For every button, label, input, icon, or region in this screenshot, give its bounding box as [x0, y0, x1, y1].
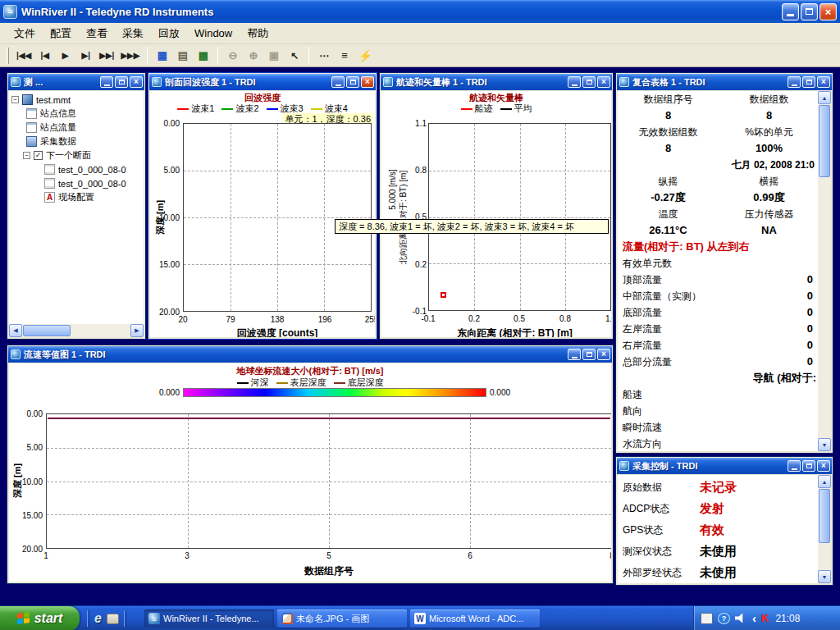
- dots-icon[interactable]: ⋯: [314, 46, 333, 65]
- menu-view[interactable]: 查看: [79, 23, 115, 44]
- gridline: [47, 514, 611, 515]
- menu-acquire[interactable]: 采集: [115, 23, 151, 44]
- contour-window-title: 流速等值图 1 - TRDI: [24, 349, 566, 361]
- minimize-button[interactable]: [782, 3, 799, 21]
- tree-item-data-file-2[interactable]: test_0_000_08-0: [9, 176, 144, 190]
- start-pinging-icon[interactable]: ⚡: [355, 46, 374, 65]
- acq-restore-button[interactable]: [802, 460, 815, 472]
- scroll-left-button[interactable]: ◀: [9, 324, 22, 337]
- play-button[interactable]: ▶: [56, 46, 75, 65]
- start-button[interactable]: start: [0, 606, 80, 630]
- contour-window-titlebar[interactable]: 流速等值图 1 - TRDI ×: [8, 346, 612, 363]
- legend-item: 底层深度: [334, 377, 384, 389]
- track-window-titlebar[interactable]: 航迹和矢量棒 1 - TRDI ×: [381, 74, 612, 90]
- menu-help[interactable]: 帮助: [240, 23, 276, 44]
- scroll-right-button[interactable]: ▶: [130, 324, 144, 337]
- scrollbar-thumb[interactable]: [819, 489, 830, 543]
- tree-item-next-transect[interactable]: − ✓ 下一个断面: [9, 148, 144, 162]
- restore-button[interactable]: [801, 3, 818, 21]
- tree-item-site-information[interactable]: 站点信息: [9, 107, 144, 121]
- tree-item-site-discharge[interactable]: 站点流量: [9, 121, 144, 135]
- last-ensemble-button[interactable]: ▶▶▶: [118, 46, 142, 65]
- echo-close-button[interactable]: ×: [361, 76, 374, 88]
- step-back-button[interactable]: |◀: [35, 46, 54, 65]
- taskbar-item-paint[interactable]: 未命名.JPG - 画图: [277, 609, 407, 628]
- status-value: 未使用: [700, 562, 737, 583]
- track-restore-button[interactable]: [582, 76, 596, 88]
- add-graph-icon[interactable]: ▩: [194, 46, 212, 65]
- table-row: 瞬时流速: [618, 419, 818, 436]
- scroll-down-button[interactable]: ▼: [818, 570, 831, 583]
- menu-configure[interactable]: 配置: [43, 23, 79, 44]
- acq-vertical-scrollbar[interactable]: ▲ ▼: [818, 475, 831, 583]
- table-window-titlebar[interactable]: 复合表格 1 - TRDI ×: [617, 74, 832, 90]
- zoom-in-icon[interactable]: ⊕: [244, 46, 262, 65]
- acq-close-button[interactable]: ×: [817, 460, 830, 472]
- menu-window[interactable]: Window: [187, 24, 240, 43]
- tree-window-titlebar[interactable]: 测 ... ×: [8, 74, 144, 90]
- close-button[interactable]: ×: [819, 3, 837, 21]
- tree-item-measurement-file[interactable]: − test.mmt: [9, 93, 144, 107]
- scroll-down-button[interactable]: ▼: [818, 438, 831, 451]
- menu-file[interactable]: 文件: [7, 23, 43, 44]
- contour-close-button[interactable]: ×: [597, 349, 610, 360]
- tree-restore-button[interactable]: [115, 76, 128, 88]
- select-pointer-icon[interactable]: ↖: [285, 46, 304, 65]
- tree-item-collect-data[interactable]: 采集数据: [9, 135, 144, 148]
- toolbar-separator: [217, 47, 218, 64]
- step-forward-button[interactable]: ▶|: [76, 46, 95, 65]
- tree-item-label: test_0_000_08-0: [58, 179, 126, 189]
- first-ensemble-button[interactable]: |◀◀: [14, 46, 34, 65]
- fast-forward-button[interactable]: ▶▶|: [97, 46, 116, 65]
- tray-red-k-icon[interactable]: K: [761, 612, 769, 624]
- quick-launch-handle[interactable]: [87, 610, 89, 627]
- legend-item: 船迹: [461, 103, 493, 115]
- taskbar-item-winriver[interactable]: ≈ WinRiver II - Teledyne...: [144, 609, 274, 628]
- tree-minimize-button[interactable]: [100, 76, 113, 88]
- echo-restore-button[interactable]: [346, 76, 359, 88]
- task-label: Microsoft Word - ADC...: [429, 614, 523, 623]
- subsection-icon[interactable]: ▦: [153, 46, 171, 65]
- ime-icon[interactable]: [701, 613, 713, 624]
- transect-checkbox-checked[interactable]: ✓: [34, 151, 43, 160]
- echo-minimize-button[interactable]: [331, 76, 345, 88]
- table-cell: 温度: [618, 206, 719, 222]
- collapse-icon[interactable]: −: [23, 152, 30, 159]
- tabular-view-icon[interactable]: ▤: [173, 46, 192, 65]
- internet-explorer-icon[interactable]: e: [94, 611, 102, 626]
- toolbar-grip: [7, 48, 9, 64]
- tree-horizontal-scrollbar[interactable]: ◀ ▶: [9, 324, 144, 337]
- table-row-date: 七月 02, 2008 21:0: [618, 157, 818, 173]
- echo-window-titlebar[interactable]: 剖面回波强度 1 - TRDI ×: [149, 74, 376, 90]
- collapse-chevron-icon[interactable]: ‹: [752, 612, 756, 624]
- legend-label: 平均: [514, 103, 532, 115]
- scroll-up-button[interactable]: ▲: [818, 91, 831, 104]
- table-close-button[interactable]: ×: [817, 76, 830, 88]
- contour-minimize-button[interactable]: [568, 349, 581, 360]
- acq-window-titlebar[interactable]: 采集控制 - TRDI ×: [617, 458, 832, 474]
- table-minimize-button[interactable]: [788, 76, 801, 88]
- toolbar-separator: [147, 47, 148, 64]
- table-restore-button[interactable]: [802, 76, 815, 88]
- quick-launch-handle[interactable]: [124, 610, 126, 627]
- acq-minimize-button[interactable]: [788, 460, 801, 472]
- scrollbar-thumb[interactable]: [819, 105, 830, 177]
- tree-close-button[interactable]: ×: [130, 76, 143, 88]
- taskbar-item-word[interactable]: W Microsoft Word - ADC...: [410, 609, 540, 628]
- show-desktop-icon[interactable]: [107, 614, 119, 624]
- track-minimize-button[interactable]: [568, 76, 581, 88]
- scroll-up-button[interactable]: ▲: [818, 475, 831, 488]
- scrollbar-thumb[interactable]: [23, 325, 71, 336]
- menu-playback[interactable]: 回放: [151, 23, 187, 44]
- help-tray-icon[interactable]: ?: [718, 613, 730, 624]
- zoom-out-icon[interactable]: ⊖: [223, 46, 242, 65]
- list-icon[interactable]: ≡: [335, 46, 354, 65]
- collapse-icon[interactable]: −: [11, 96, 19, 103]
- tree-item-field-configuration[interactable]: A 现场配置: [9, 190, 144, 204]
- table-vertical-scrollbar[interactable]: ▲ ▼: [818, 91, 831, 451]
- tree-item-data-file-1[interactable]: test_0_000_08-0: [9, 162, 144, 176]
- volume-icon[interactable]: [735, 613, 747, 624]
- pan-icon[interactable]: ▣: [264, 46, 283, 65]
- track-close-button[interactable]: ×: [597, 76, 610, 88]
- contour-restore-button[interactable]: [582, 349, 596, 360]
